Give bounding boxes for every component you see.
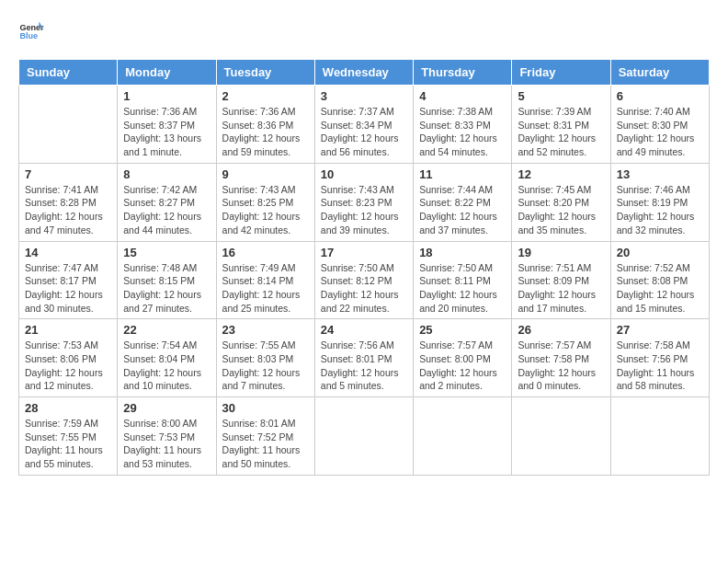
day-info: Sunrise: 7:48 AMSunset: 8:15 PMDaylight:… bbox=[123, 261, 210, 316]
calendar-cell: 4Sunrise: 7:38 AMSunset: 8:33 PMDaylight… bbox=[414, 86, 512, 164]
calendar-cell: 10Sunrise: 7:43 AMSunset: 8:23 PMDayligh… bbox=[314, 163, 413, 241]
calendar-cell bbox=[414, 397, 512, 476]
day-number: 26 bbox=[518, 323, 604, 337]
day-number: 6 bbox=[617, 89, 703, 103]
day-info: Sunrise: 7:37 AMSunset: 8:34 PMDaylight:… bbox=[321, 105, 407, 159]
day-info: Sunrise: 7:57 AMSunset: 7:58 PMDaylight:… bbox=[518, 339, 604, 393]
calendar-cell: 6Sunrise: 7:40 AMSunset: 8:30 PMDaylight… bbox=[610, 86, 709, 164]
day-number: 5 bbox=[518, 89, 604, 103]
header: General Blue bbox=[18, 18, 710, 44]
day-info: Sunrise: 7:41 AMSunset: 8:28 PMDaylight:… bbox=[25, 183, 111, 237]
calendar-cell bbox=[19, 86, 118, 164]
day-info: Sunrise: 7:42 AMSunset: 8:27 PMDaylight:… bbox=[123, 183, 210, 237]
day-number: 4 bbox=[419, 89, 506, 103]
day-header-sunday: Sunday bbox=[19, 60, 118, 86]
day-number: 22 bbox=[123, 323, 210, 337]
day-number: 18 bbox=[419, 246, 506, 259]
day-info: Sunrise: 7:54 AMSunset: 8:04 PMDaylight:… bbox=[123, 339, 210, 393]
day-number: 25 bbox=[419, 323, 506, 337]
day-number: 15 bbox=[123, 246, 210, 259]
calendar-header-row: SundayMondayTuesdayWednesdayThursdayFrid… bbox=[19, 60, 710, 86]
calendar-cell bbox=[314, 397, 413, 476]
day-info: Sunrise: 7:50 AMSunset: 8:11 PMDaylight:… bbox=[419, 261, 506, 316]
day-number: 21 bbox=[25, 323, 111, 337]
calendar-cell: 22Sunrise: 7:54 AMSunset: 8:04 PMDayligh… bbox=[118, 319, 216, 397]
day-info: Sunrise: 7:57 AMSunset: 8:00 PMDaylight:… bbox=[419, 339, 506, 393]
day-info: Sunrise: 7:59 AMSunset: 7:55 PMDaylight:… bbox=[25, 417, 111, 471]
day-number: 7 bbox=[25, 167, 111, 181]
calendar-cell: 8Sunrise: 7:42 AMSunset: 8:27 PMDaylight… bbox=[118, 163, 216, 241]
calendar-cell: 12Sunrise: 7:45 AMSunset: 8:20 PMDayligh… bbox=[512, 163, 610, 241]
calendar-week-row: 1Sunrise: 7:36 AMSunset: 8:37 PMDaylight… bbox=[19, 86, 710, 164]
calendar-cell: 2Sunrise: 7:36 AMSunset: 8:36 PMDaylight… bbox=[216, 86, 314, 164]
day-number: 27 bbox=[617, 323, 703, 337]
day-info: Sunrise: 7:56 AMSunset: 8:01 PMDaylight:… bbox=[321, 339, 407, 393]
day-info: Sunrise: 8:01 AMSunset: 7:52 PMDaylight:… bbox=[222, 417, 309, 471]
calendar: SundayMondayTuesdayWednesdayThursdayFrid… bbox=[18, 59, 710, 476]
calendar-cell: 13Sunrise: 7:46 AMSunset: 8:19 PMDayligh… bbox=[610, 163, 709, 241]
day-info: Sunrise: 7:36 AMSunset: 8:36 PMDaylight:… bbox=[222, 105, 309, 159]
day-info: Sunrise: 7:46 AMSunset: 8:19 PMDaylight:… bbox=[617, 183, 703, 237]
calendar-cell: 11Sunrise: 7:44 AMSunset: 8:22 PMDayligh… bbox=[414, 163, 512, 241]
calendar-cell: 28Sunrise: 7:59 AMSunset: 7:55 PMDayligh… bbox=[19, 397, 118, 476]
day-number: 9 bbox=[222, 167, 309, 181]
calendar-cell: 20Sunrise: 7:52 AMSunset: 8:08 PMDayligh… bbox=[610, 241, 709, 319]
day-info: Sunrise: 7:49 AMSunset: 8:14 PMDaylight:… bbox=[222, 261, 309, 316]
svg-text:Blue: Blue bbox=[19, 31, 38, 40]
day-number: 24 bbox=[321, 323, 407, 337]
calendar-cell bbox=[512, 397, 610, 476]
calendar-cell bbox=[610, 397, 709, 476]
calendar-cell: 26Sunrise: 7:57 AMSunset: 7:58 PMDayligh… bbox=[512, 319, 610, 397]
day-info: Sunrise: 7:45 AMSunset: 8:20 PMDaylight:… bbox=[518, 183, 604, 237]
day-header-tuesday: Tuesday bbox=[216, 60, 314, 86]
day-number: 30 bbox=[222, 401, 309, 415]
day-info: Sunrise: 7:58 AMSunset: 7:56 PMDaylight:… bbox=[617, 339, 703, 393]
calendar-cell: 29Sunrise: 8:00 AMSunset: 7:53 PMDayligh… bbox=[118, 397, 216, 476]
day-header-monday: Monday bbox=[118, 60, 216, 86]
day-info: Sunrise: 7:47 AMSunset: 8:17 PMDaylight:… bbox=[25, 261, 111, 316]
calendar-cell: 23Sunrise: 7:55 AMSunset: 8:03 PMDayligh… bbox=[216, 319, 314, 397]
calendar-cell: 17Sunrise: 7:50 AMSunset: 8:12 PMDayligh… bbox=[314, 241, 413, 319]
calendar-cell: 5Sunrise: 7:39 AMSunset: 8:31 PMDaylight… bbox=[512, 86, 610, 164]
calendar-cell: 3Sunrise: 7:37 AMSunset: 8:34 PMDaylight… bbox=[314, 86, 413, 164]
calendar-cell: 18Sunrise: 7:50 AMSunset: 8:11 PMDayligh… bbox=[414, 241, 512, 319]
calendar-cell: 14Sunrise: 7:47 AMSunset: 8:17 PMDayligh… bbox=[19, 241, 118, 319]
day-number: 17 bbox=[321, 246, 407, 259]
calendar-cell: 21Sunrise: 7:53 AMSunset: 8:06 PMDayligh… bbox=[19, 319, 118, 397]
day-header-thursday: Thursday bbox=[414, 60, 512, 86]
calendar-cell: 1Sunrise: 7:36 AMSunset: 8:37 PMDaylight… bbox=[118, 86, 216, 164]
calendar-cell: 25Sunrise: 7:57 AMSunset: 8:00 PMDayligh… bbox=[414, 319, 512, 397]
day-number: 23 bbox=[222, 323, 309, 337]
day-number: 11 bbox=[419, 167, 506, 181]
day-info: Sunrise: 7:44 AMSunset: 8:22 PMDaylight:… bbox=[419, 183, 506, 237]
calendar-cell: 30Sunrise: 8:01 AMSunset: 7:52 PMDayligh… bbox=[216, 397, 314, 476]
day-number: 20 bbox=[617, 246, 703, 259]
day-number: 2 bbox=[222, 89, 309, 103]
day-info: Sunrise: 7:39 AMSunset: 8:31 PMDaylight:… bbox=[518, 105, 604, 159]
day-info: Sunrise: 7:51 AMSunset: 8:09 PMDaylight:… bbox=[518, 261, 604, 316]
day-info: Sunrise: 7:38 AMSunset: 8:33 PMDaylight:… bbox=[419, 105, 506, 159]
calendar-week-row: 14Sunrise: 7:47 AMSunset: 8:17 PMDayligh… bbox=[19, 241, 710, 319]
day-header-saturday: Saturday bbox=[610, 60, 709, 86]
day-number: 16 bbox=[222, 246, 309, 259]
day-number: 19 bbox=[518, 246, 604, 259]
day-header-friday: Friday bbox=[512, 60, 610, 86]
calendar-cell: 7Sunrise: 7:41 AMSunset: 8:28 PMDaylight… bbox=[19, 163, 118, 241]
calendar-week-row: 21Sunrise: 7:53 AMSunset: 8:06 PMDayligh… bbox=[19, 319, 710, 397]
day-number: 10 bbox=[321, 167, 407, 181]
day-info: Sunrise: 8:00 AMSunset: 7:53 PMDaylight:… bbox=[123, 417, 210, 471]
day-number: 12 bbox=[518, 167, 604, 181]
day-info: Sunrise: 7:43 AMSunset: 8:25 PMDaylight:… bbox=[222, 183, 309, 237]
calendar-cell: 24Sunrise: 7:56 AMSunset: 8:01 PMDayligh… bbox=[314, 319, 413, 397]
day-header-wednesday: Wednesday bbox=[314, 60, 413, 86]
day-number: 14 bbox=[25, 246, 111, 259]
day-info: Sunrise: 7:40 AMSunset: 8:30 PMDaylight:… bbox=[617, 105, 703, 159]
calendar-cell: 19Sunrise: 7:51 AMSunset: 8:09 PMDayligh… bbox=[512, 241, 610, 319]
day-info: Sunrise: 7:55 AMSunset: 8:03 PMDaylight:… bbox=[222, 339, 309, 393]
day-number: 3 bbox=[321, 89, 407, 103]
logo-icon: General Blue bbox=[18, 18, 44, 44]
calendar-week-row: 7Sunrise: 7:41 AMSunset: 8:28 PMDaylight… bbox=[19, 163, 710, 241]
calendar-cell: 27Sunrise: 7:58 AMSunset: 7:56 PMDayligh… bbox=[610, 319, 709, 397]
logo: General Blue bbox=[18, 18, 44, 44]
day-info: Sunrise: 7:53 AMSunset: 8:06 PMDaylight:… bbox=[25, 339, 111, 393]
